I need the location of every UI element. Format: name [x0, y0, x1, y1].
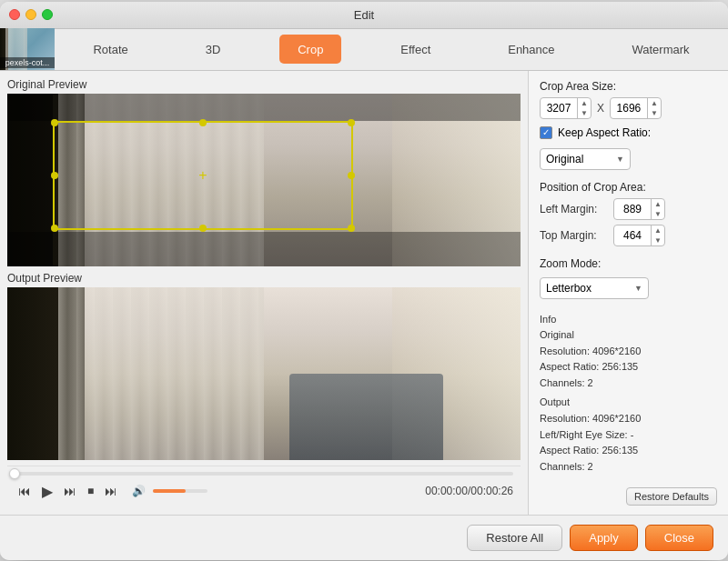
main-content: Original Preview [0, 71, 728, 515]
height-down-button[interactable]: ▼ [648, 108, 661, 118]
output-curtain [58, 287, 264, 460]
keep-aspect-label: Keep Aspect Ratio: [558, 126, 651, 139]
info-title: Info [540, 312, 717, 328]
width-down-button[interactable]: ▼ [578, 108, 591, 118]
check-icon: ✓ [542, 128, 550, 137]
left-margin-value: 889 [614, 203, 651, 215]
thumbnail-label: pexels-cot... [0, 57, 55, 68]
width-arrows: ▲ ▼ [577, 98, 591, 118]
top-margin-value: 464 [614, 229, 651, 242]
info-out-eye-size: Left/Right Eye Size: - [540, 427, 717, 444]
traffic-lights [9, 9, 53, 20]
toolbar-tabs: Rotate 3D Crop Effect Enhance Watermark [55, 29, 728, 70]
crop-size-row: 3207 ▲ ▼ X 1696 ▲ ▼ [540, 97, 717, 119]
thumbnail: pexels-cot... [0, 28, 55, 70]
tab-3d[interactable]: 3D [187, 35, 239, 64]
output-preview-canvas[interactable] [7, 287, 521, 460]
toolbar: pexels-cot... Rotate 3D Crop Effect Enha… [0, 29, 728, 71]
app-window: Edit pexels-cot... Rotate 3D Crop Effect… [0, 2, 728, 560]
progress-bar-track[interactable] [15, 472, 513, 476]
apply-button[interactable]: Apply [570, 525, 638, 551]
crop-area-size-section: Crop Area Size: 3207 ▲ ▼ X 1696 ▲ [540, 80, 717, 119]
tab-effect[interactable]: Effect [382, 35, 449, 64]
zoom-mode-label: Zoom Mode: [540, 257, 717, 270]
top-margin-spinbox[interactable]: 464 ▲ ▼ [613, 225, 665, 246]
time-display: 00:00:00/00:00:26 [425, 485, 513, 497]
restore-defaults-button[interactable]: Restore Defaults [626, 487, 717, 506]
right-panel: Crop Area Size: 3207 ▲ ▼ X 1696 ▲ [528, 71, 728, 515]
stop-button[interactable]: ■ [84, 483, 97, 499]
close-button[interactable] [9, 9, 20, 20]
left-margin-row: Left Margin: 889 ▲ ▼ [540, 198, 717, 220]
top-margin-up-button[interactable]: ▲ [652, 225, 664, 235]
width-spinbox[interactable]: 3207 ▲ ▼ [540, 97, 592, 119]
left-margin-label: Left Margin: [540, 203, 608, 215]
restore-all-button[interactable]: Restore All [467, 525, 562, 551]
width-up-button[interactable]: ▲ [578, 98, 591, 108]
tab-watermark[interactable]: Watermark [613, 35, 707, 64]
info-out-aspect: Aspect Ratio: 256:135 [540, 443, 717, 459]
left-margin-up-button[interactable]: ▲ [652, 199, 664, 209]
zoom-dropdown-value: Letterbox [546, 282, 592, 295]
zoom-mode-section: Zoom Mode: Letterbox ▼ [540, 257, 717, 299]
height-value: 1696 [611, 102, 647, 115]
bottom-bar: Restore All Apply Close [0, 515, 728, 560]
left-margin-spinbox[interactable]: 889 ▲ ▼ [613, 198, 665, 220]
sofa-silhouette [289, 374, 443, 460]
play-button[interactable]: ▶ [38, 481, 56, 502]
keep-aspect-checkbox[interactable]: ✓ [540, 126, 552, 139]
left-margin-arrows: ▲ ▼ [651, 199, 664, 219]
tab-enhance[interactable]: Enhance [490, 35, 572, 64]
height-spinbox[interactable]: 1696 ▲ ▼ [610, 97, 662, 119]
thumbnail-image: pexels-cot... [0, 28, 55, 70]
height-up-button[interactable]: ▲ [648, 98, 661, 108]
aspect-dropdown-value: Original [546, 153, 583, 165]
minimize-button[interactable] [25, 9, 36, 20]
aspect-dropdown[interactable]: Original ▼ [540, 148, 631, 170]
info-original: Original [540, 327, 717, 344]
info-orig-channels: Channels: 2 [540, 376, 717, 392]
left-margin-down-button[interactable]: ▼ [652, 209, 664, 219]
output-preview-section: Output Preview [7, 272, 521, 460]
top-margin-row: Top Margin: 464 ▲ ▼ [540, 225, 717, 246]
aspect-dropdown-arrow: ▼ [616, 155, 624, 164]
info-out-channels: Channels: 2 [540, 459, 717, 476]
width-value: 3207 [541, 102, 577, 115]
window-title: Edit [354, 8, 374, 22]
original-preview-canvas[interactable]: + [7, 94, 521, 266]
top-margin-arrows: ▲ ▼ [651, 225, 664, 245]
crop-area-size-label: Crop Area Size: [540, 80, 717, 93]
original-preview-label: Original Preview [7, 78, 521, 91]
original-preview-section: Original Preview [7, 78, 521, 266]
step-forward-button[interactable]: ⏭ [60, 482, 80, 500]
close-button[interactable]: Close [645, 525, 713, 551]
progress-bar-container[interactable] [15, 472, 513, 476]
x-label: X [597, 102, 604, 115]
overlay-top [7, 94, 521, 121]
progress-bar-thumb[interactable] [9, 468, 20, 479]
keep-aspect-row: ✓ Keep Aspect Ratio: [540, 126, 717, 139]
preview-panel: Original Preview [0, 71, 528, 515]
info-orig-resolution: Resolution: 4096*2160 [540, 344, 717, 360]
volume-icon[interactable]: 🔊 [128, 483, 149, 499]
controls-row: ⏮ ▶ ⏭ ■ ⏭ 🔊 00:00:00/00:00:26 [15, 481, 513, 502]
overlay-bottom [7, 232, 521, 266]
info-out-resolution: Resolution: 4096*2160 [540, 411, 717, 427]
info-orig-aspect: Aspect Ratio: 256:135 [540, 359, 717, 376]
height-arrows: ▲ ▼ [647, 98, 661, 118]
volume-slider[interactable] [153, 489, 207, 493]
top-margin-down-button[interactable]: ▼ [652, 235, 664, 245]
info-output: Output [540, 395, 717, 411]
maximize-button[interactable] [42, 9, 53, 20]
top-margin-label: Top Margin: [540, 229, 608, 242]
output-preview-label: Output Preview [7, 272, 521, 285]
tab-rotate[interactable]: Rotate [75, 35, 146, 64]
zoom-dropdown[interactable]: Letterbox ▼ [540, 277, 649, 299]
zoom-dropdown-arrow: ▼ [634, 284, 642, 293]
volume-slider-fill [153, 489, 186, 493]
skip-to-end-button[interactable]: ⏭ [101, 482, 121, 500]
title-bar: Edit [0, 2, 728, 29]
tab-crop[interactable]: Crop [279, 35, 341, 64]
skip-to-start-button[interactable]: ⏮ [15, 482, 35, 500]
info-section: Info Original Resolution: 4096*2160 Aspe… [540, 312, 717, 480]
